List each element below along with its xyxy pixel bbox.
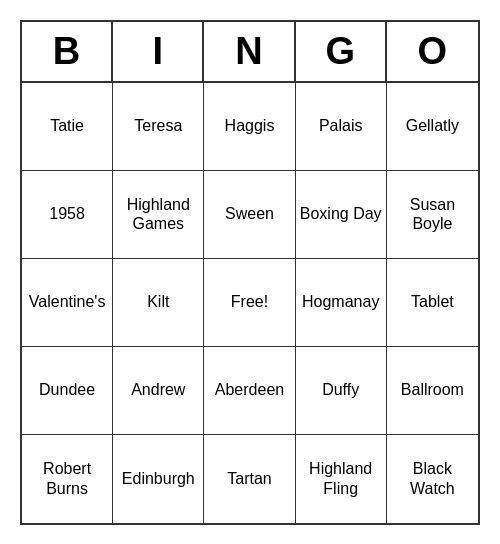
bingo-cell-15: Dundee [22,347,113,435]
cell-text-19: Ballroom [401,380,464,399]
bingo-cell-4: Gellatly [387,83,478,171]
cell-text-16: Andrew [131,380,185,399]
bingo-cell-21: Edinburgh [113,435,204,523]
bingo-card: BINGO TatieTeresaHaggisPalaisGellatly195… [20,20,480,525]
bingo-cell-16: Andrew [113,347,204,435]
bingo-cell-11: Kilt [113,259,204,347]
bingo-cell-3: Palais [296,83,387,171]
cell-text-23: Highland Fling [300,459,382,497]
bingo-cell-13: Hogmanay [296,259,387,347]
cell-text-21: Edinburgh [122,469,195,488]
cell-text-5: 1958 [49,204,85,223]
cell-text-9: Susan Boyle [391,195,474,233]
cell-text-12: Free! [231,292,268,311]
cell-text-1: Teresa [134,116,182,135]
header-letter-n: N [204,22,295,81]
cell-text-20: Robert Burns [26,459,108,497]
cell-text-18: Duffy [322,380,359,399]
cell-text-15: Dundee [39,380,95,399]
cell-text-14: Tablet [411,292,454,311]
bingo-cell-10: Valentine's [22,259,113,347]
bingo-cell-14: Tablet [387,259,478,347]
header-letter-g: G [296,22,387,81]
bingo-cell-18: Duffy [296,347,387,435]
bingo-cell-1: Teresa [113,83,204,171]
cell-text-22: Tartan [227,469,271,488]
bingo-cell-9: Susan Boyle [387,171,478,259]
bingo-cell-2: Haggis [204,83,295,171]
bingo-cell-7: Sween [204,171,295,259]
header-letter-b: B [22,22,113,81]
cell-text-3: Palais [319,116,363,135]
bingo-cell-0: Tatie [22,83,113,171]
bingo-cell-24: Black Watch [387,435,478,523]
bingo-cell-20: Robert Burns [22,435,113,523]
cell-text-2: Haggis [225,116,275,135]
bingo-cell-19: Ballroom [387,347,478,435]
header-letter-i: I [113,22,204,81]
cell-text-4: Gellatly [406,116,459,135]
bingo-cell-8: Boxing Day [296,171,387,259]
bingo-header: BINGO [22,22,478,83]
cell-text-11: Kilt [147,292,169,311]
bingo-cell-22: Tartan [204,435,295,523]
bingo-cell-17: Aberdeen [204,347,295,435]
bingo-cell-12: Free! [204,259,295,347]
cell-text-24: Black Watch [391,459,474,497]
cell-text-0: Tatie [50,116,84,135]
cell-text-8: Boxing Day [300,204,382,223]
cell-text-13: Hogmanay [302,292,379,311]
cell-text-7: Sween [225,204,274,223]
header-letter-o: O [387,22,478,81]
cell-text-17: Aberdeen [215,380,284,399]
cell-text-6: Highland Games [117,195,199,233]
bingo-cell-23: Highland Fling [296,435,387,523]
cell-text-10: Valentine's [29,292,106,311]
bingo-cell-6: Highland Games [113,171,204,259]
bingo-grid: TatieTeresaHaggisPalaisGellatly1958Highl… [22,83,478,523]
bingo-cell-5: 1958 [22,171,113,259]
